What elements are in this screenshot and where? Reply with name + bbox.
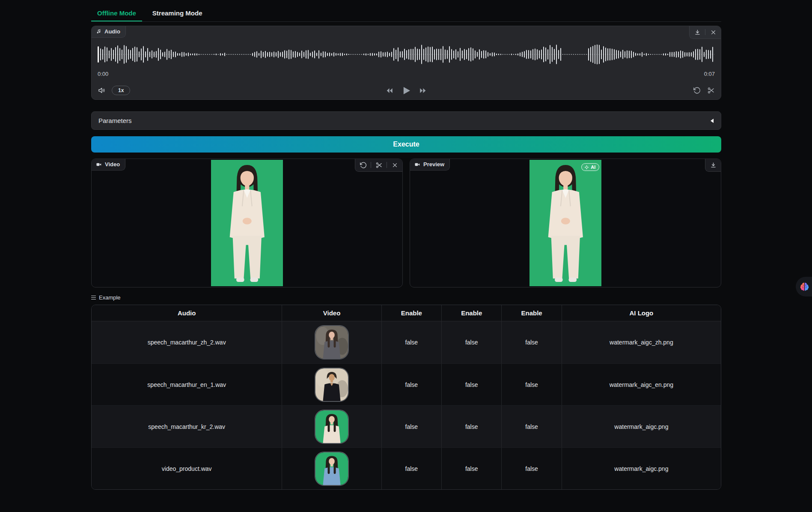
- scissors-icon[interactable]: [375, 161, 383, 169]
- example-section-label: Example: [91, 294, 721, 301]
- ai-logo-cell: watermark_aigc_zh.png: [562, 321, 721, 363]
- preview-label: Preview: [423, 161, 444, 168]
- media-row: Video: [91, 159, 721, 287]
- preview-video-frame: AI: [529, 160, 602, 286]
- enable-value: false: [465, 423, 478, 430]
- enable-value: false: [405, 423, 418, 430]
- video-panel: Video: [91, 159, 403, 287]
- rewind-icon[interactable]: [386, 87, 394, 95]
- video-thumbnail: [315, 452, 349, 486]
- audio-filename-cell: video_product.wav: [92, 448, 282, 489]
- column-header: Enable: [382, 305, 442, 321]
- ai-logo-filename: watermark_aigc_en.png: [610, 381, 673, 388]
- enable-value: false: [525, 465, 538, 472]
- video-thumbnail-cell: [282, 321, 381, 363]
- video-camera-icon: [96, 162, 102, 168]
- table-row[interactable]: speech_macarthur_zh_2.wavfalsefalsefalse…: [92, 321, 721, 363]
- enable-cell: false: [502, 321, 562, 363]
- play-icon[interactable]: [401, 85, 412, 96]
- divider: [705, 29, 705, 35]
- audio-waveform[interactable]: [98, 40, 715, 69]
- enable-value: false: [525, 423, 538, 430]
- ai-badge-label: AI: [591, 165, 595, 170]
- column-header: Enable: [502, 305, 562, 321]
- main-content: Offline Mode Streaming Mode Audio 0:00 0…: [91, 0, 721, 490]
- enable-cell: false: [442, 321, 502, 363]
- audio-filename-cell: speech_macarthur_zh_2.wav: [92, 321, 282, 363]
- video-label: Video: [105, 161, 120, 168]
- audio-player-panel: Audio 0:00 0:07: [91, 26, 721, 100]
- assistant-fab[interactable]: [796, 277, 812, 296]
- audio-controls: 1x: [98, 84, 715, 97]
- enable-cell: false: [442, 364, 502, 405]
- tab-offline-mode[interactable]: Offline Mode: [91, 5, 142, 21]
- scissors-icon[interactable]: [707, 87, 715, 94]
- audio-label-chip: Audio: [92, 26, 126, 38]
- enable-value: false: [465, 381, 478, 388]
- ai-logo-filename: watermark_aigc.png: [614, 423, 668, 430]
- parameters-accordion[interactable]: Parameters: [91, 111, 721, 130]
- close-icon[interactable]: [709, 28, 717, 36]
- audio-header-actions: [689, 26, 721, 39]
- video-player-stage[interactable]: [92, 160, 402, 286]
- ai-logo-filename: watermark_aigc.png: [614, 465, 668, 472]
- enable-cell: false: [382, 364, 442, 405]
- table-row[interactable]: speech_macarthur_kr_2.wavfalsefalsefalse…: [92, 405, 721, 447]
- enable-cell: false: [382, 406, 442, 447]
- enable-cell: false: [502, 364, 562, 405]
- audio-filename: speech_macarthur_zh_2.wav: [148, 339, 226, 346]
- enable-cell: false: [502, 406, 562, 447]
- video-thumbnail: [315, 368, 349, 402]
- source-video-frame: [211, 160, 283, 286]
- example-table: AudioVideoEnableEnableEnableAI Logo spee…: [91, 305, 721, 490]
- fast-forward-icon[interactable]: [419, 87, 427, 95]
- music-note-icon: [96, 29, 101, 34]
- video-thumbnail: [315, 410, 349, 444]
- example-table-header: AudioVideoEnableEnableEnableAI Logo: [92, 305, 721, 321]
- enable-value: false: [405, 381, 418, 388]
- enable-value: false: [465, 339, 478, 346]
- audio-filename-cell: speech_macarthur_en_1.wav: [92, 364, 282, 405]
- divider: [371, 162, 371, 168]
- enable-value: false: [405, 339, 418, 346]
- download-icon[interactable]: [693, 28, 701, 36]
- execute-button[interactable]: Execute: [91, 136, 721, 153]
- enable-cell: false: [502, 448, 562, 489]
- column-header: AI Logo: [562, 305, 721, 321]
- undo-icon[interactable]: [693, 87, 701, 94]
- video-thumbnail: [315, 325, 349, 359]
- download-icon[interactable]: [709, 161, 717, 169]
- list-icon: [91, 296, 96, 300]
- preview-panel: Preview AI: [410, 159, 721, 287]
- video-thumbnail-cell: [282, 364, 381, 405]
- collapse-arrow-icon: [710, 118, 714, 123]
- example-label-text: Example: [99, 294, 121, 301]
- current-time: 0:00: [98, 71, 108, 77]
- ai-logo-filename: watermark_aigc_zh.png: [610, 339, 673, 346]
- video-label-chip: Video: [92, 159, 125, 171]
- divider: [387, 162, 387, 168]
- enable-cell: false: [442, 406, 502, 447]
- enable-value: false: [525, 339, 538, 346]
- column-header: Video: [282, 305, 381, 321]
- audio-filename: video_product.wav: [162, 465, 212, 472]
- preview-header-actions: [705, 159, 721, 172]
- close-icon[interactable]: [391, 161, 399, 169]
- enable-value: false: [405, 465, 418, 472]
- table-row[interactable]: video_product.wavfalsefalsefalsewatermar…: [92, 447, 721, 489]
- preview-player-stage[interactable]: AI: [411, 160, 720, 286]
- undo-icon[interactable]: [359, 161, 367, 169]
- mode-tabbar: Offline Mode Streaming Mode: [91, 5, 721, 22]
- ai-logo-cell: watermark_aigc.png: [562, 406, 721, 447]
- time-row: 0:00 0:07: [98, 71, 715, 77]
- parameters-label: Parameters: [98, 117, 132, 124]
- enable-cell: false: [382, 321, 442, 363]
- column-header: Audio: [92, 305, 282, 321]
- tab-streaming-mode[interactable]: Streaming Mode: [146, 5, 208, 21]
- audio-filename: speech_macarthur_kr_2.wav: [148, 423, 225, 430]
- playback-speed-button[interactable]: 1x: [112, 86, 130, 95]
- example-table-body: speech_macarthur_zh_2.wavfalsefalsefalse…: [92, 321, 721, 489]
- volume-icon[interactable]: [98, 86, 106, 95]
- table-row[interactable]: speech_macarthur_en_1.wavfalsefalsefalse…: [92, 363, 721, 405]
- video-thumbnail-cell: [282, 406, 381, 447]
